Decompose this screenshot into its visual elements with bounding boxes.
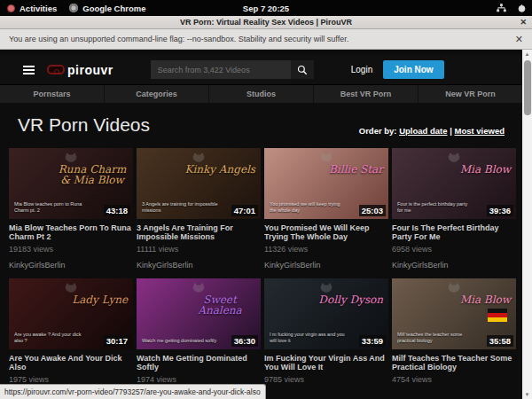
page-heading-row: VR Porn Videos Order by: Upload date | M…	[18, 114, 505, 136]
warning-message: You are using an unsupported command-lin…	[9, 35, 348, 43]
browser-scrollbar[interactable]: ▲ ▼	[522, 50, 532, 399]
order-by: Order by: Upload date | Most viewed	[359, 126, 505, 136]
video-views: 4754 views	[392, 375, 516, 384]
search-button[interactable]	[291, 60, 314, 79]
video-thumbnail[interactable]: Billie Star You promised we will keep tr…	[264, 148, 388, 219]
warning-close-icon[interactable]: ✕	[515, 34, 523, 45]
network-icon[interactable]	[497, 4, 506, 13]
video-studio-link[interactable]: KinkyGirlsBerlin	[137, 261, 261, 270]
thumbnail-caption: Sweet Analena	[184, 294, 255, 316]
duration-badge: 36:30	[231, 335, 258, 347]
video-thumbnail[interactable]: Dolly Dyson I m fucking your virgin ass …	[264, 278, 388, 349]
video-views: 9785 views	[264, 375, 388, 384]
video-thumbnail[interactable]: Lady Lyne Are you awake ? And your dick …	[9, 278, 133, 349]
thumbnail-subcaption: Are you awake ? And your dick also ?	[14, 332, 90, 344]
scrollbar-thumb[interactable]	[524, 60, 531, 115]
thumbnail-caption: Billie Star	[329, 164, 383, 175]
studio-cat-watermark-icon	[319, 152, 333, 163]
search-input[interactable]	[151, 60, 291, 79]
tab-close-icon[interactable]: ✕	[520, 18, 527, 27]
browser-title-bar: VR Porn: Virtual Reality Sex Videos | Pi…	[0, 16, 532, 29]
menu-hamburger-icon[interactable]	[23, 64, 35, 76]
thumbnail-subcaption: You promised we will keep trying the who…	[270, 201, 346, 214]
scroll-down-arrow-icon[interactable]: ▼	[522, 390, 532, 399]
thumbnail-subcaption: 3 Angels are training for impossible mis…	[142, 201, 218, 214]
video-title-link[interactable]: Milf Teaches The Teacher Some Practical …	[392, 354, 516, 372]
video-thumbnail[interactable]: Sweet Analena Watch me getting dominated…	[137, 278, 261, 349]
join-now-button[interactable]: Join Now	[383, 60, 443, 79]
studio-cat-watermark-icon	[192, 282, 206, 293]
video-title-link[interactable]: 3 Angels Are Training For Impossible Mis…	[137, 223, 261, 241]
vr-goggles-icon	[47, 65, 65, 74]
nav-item-pornstars[interactable]: Pornstars	[0, 85, 105, 103]
page-title: VR Porn Videos	[18, 114, 150, 136]
power-icon[interactable]	[517, 4, 527, 13]
video-card: Mia Blow Milf teaches the teacher some p…	[392, 278, 516, 384]
video-views: 1975 views	[9, 375, 133, 384]
duration-badge: 30:17	[104, 335, 130, 347]
sort-most-viewed-link[interactable]: Most viewed	[455, 126, 505, 136]
studio-cat-watermark-icon	[447, 282, 461, 293]
duration-badge: 43:18	[104, 205, 130, 216]
video-card: Lady Lyne Are you awake ? And your dick …	[9, 278, 133, 384]
studio-cat-watermark-icon	[64, 282, 78, 293]
thumbnail-caption: Kinky Angels	[184, 164, 255, 175]
duration-badge: 47:01	[231, 205, 258, 216]
nav-item-studios[interactable]: Studios	[209, 85, 314, 103]
sort-separator: |	[450, 126, 452, 136]
video-views: 1974 views	[137, 375, 261, 384]
video-card: Sweet Analena Watch me getting dominated…	[137, 278, 261, 384]
scroll-up-arrow-icon[interactable]: ▲	[522, 50, 532, 59]
video-title-link[interactable]: Mia Blow Teaches Porn To Runa Charm Pt 2	[9, 223, 133, 241]
system-top-bar: Activities Google Chrome Sep 7 20:25	[0, 0, 532, 16]
site-logo[interactable]: pirouvr	[47, 63, 113, 77]
german-flag-icon	[488, 309, 507, 322]
logo-text: pirouvr	[67, 63, 113, 77]
thumbnail-subcaption: Mia Blow teaches porn to Runa Charm pt. …	[14, 201, 90, 214]
video-thumbnail[interactable]: Runa Charm & Mia Blow Mia Blow teaches p…	[9, 148, 133, 219]
duration-badge: 33:59	[359, 335, 386, 347]
thumbnail-subcaption: Watch me getting dominated softly	[142, 338, 216, 344]
video-studio-link[interactable]: KinkyGirlsBerlin	[392, 261, 516, 270]
video-title-link[interactable]: Four Is The Perfect Birthday Party For M…	[392, 223, 516, 241]
video-title-link[interactable]: Watch Me Getting Dominated Softly	[137, 354, 261, 372]
site-header: pirouvr Login Join Now	[0, 55, 522, 84]
thumbnail-caption: Dolly Dyson	[318, 294, 383, 305]
video-views: 11111 views	[137, 245, 261, 254]
thumbnail-caption: Mia Blow	[460, 294, 511, 305]
video-views: 6958 views	[392, 245, 516, 254]
studio-cat-watermark-icon	[319, 282, 333, 293]
duration-badge: 25:03	[359, 205, 386, 216]
video-thumbnail[interactable]: Mia Blow Milf teaches the teacher some p…	[392, 278, 516, 349]
video-grid: Runa Charm & Mia Blow Mia Blow teaches p…	[9, 148, 516, 384]
video-title-link[interactable]: Im Fucking Your Virgin Ass And You Will …	[264, 354, 388, 372]
video-thumbnail[interactable]: Mia Blow Four is the perfect birthday pa…	[392, 148, 516, 219]
video-studio-link[interactable]: KinkyGirlsBerlin	[264, 261, 388, 270]
tab-title: VR Porn: Virtual Reality Sex Videos | Pi…	[180, 18, 352, 27]
video-thumbnail[interactable]: Kinky Angels 3 Angels are training for i…	[137, 148, 261, 219]
video-views: 19183 views	[9, 245, 133, 254]
nav-item-new-vr-porn[interactable]: New VR Porn	[419, 85, 522, 103]
video-studio-link[interactable]: KinkyGirlsBerlin	[9, 261, 133, 270]
thumbnail-caption: Mia Blow	[460, 164, 511, 175]
nav-item-categories[interactable]: Categories	[105, 85, 209, 103]
studio-cat-watermark-icon	[447, 152, 461, 163]
nav-item-best-vr-porn[interactable]: Best VR Porn	[314, 85, 419, 103]
video-card: Billie Star You promised we will keep tr…	[264, 148, 388, 270]
thumbnail-subcaption: Four is the perfect birthday party for m…	[397, 201, 473, 214]
video-title-link[interactable]: Are You Awake And Your Dick Also	[9, 354, 133, 372]
unsupported-flag-warning-bar: You are using an unsupported command-lin…	[0, 29, 532, 50]
login-link[interactable]: Login	[351, 65, 372, 74]
sort-upload-date-link[interactable]: Upload date	[399, 126, 447, 136]
video-card: Kinky Angels 3 Angels are training for i…	[137, 148, 261, 270]
video-card: Mia Blow Four is the perfect birthday pa…	[392, 148, 516, 270]
thumbnail-caption: Lady Lyne	[72, 294, 128, 305]
clock[interactable]: Sep 7 20:25	[0, 4, 532, 13]
order-by-label: Order by:	[359, 126, 397, 136]
video-title-link[interactable]: You Promised We Will Keep Trying The Who…	[264, 223, 388, 241]
search-bar	[151, 60, 314, 79]
thumbnail-subcaption: Milf teaches the teacher some practical …	[397, 332, 473, 344]
video-card: Runa Charm & Mia Blow Mia Blow teaches p…	[9, 148, 133, 270]
status-url-bubble: https://pirouvr.com/vr-porn-video/779325…	[0, 384, 266, 399]
studio-cat-watermark-icon	[192, 152, 206, 163]
